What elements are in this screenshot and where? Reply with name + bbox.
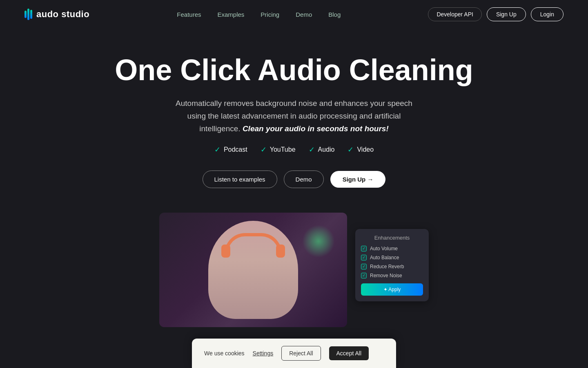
enhancements-title: Enhancements bbox=[361, 235, 423, 241]
enh-item-remove-noise: Remove Noise bbox=[361, 273, 423, 278]
glow-bg bbox=[302, 225, 335, 258]
feature-tag-podcast: ✓ Podcast bbox=[214, 145, 247, 154]
nav-link-pricing[interactable]: Pricing bbox=[261, 11, 279, 18]
hero-title: One Click Audio Cleaning bbox=[8, 53, 580, 87]
enh-item-auto-volume: Auto Volume bbox=[361, 246, 423, 251]
accept-all-button[interactable]: Accept All bbox=[329, 346, 369, 360]
apply-button[interactable]: ✦ Apply bbox=[361, 283, 423, 296]
nav-link-demo[interactable]: Demo bbox=[296, 11, 312, 18]
enh-item-auto-balance: Auto Balance bbox=[361, 255, 423, 260]
preview-image bbox=[159, 213, 347, 327]
navbar: audo studio Features Examples Pricing De… bbox=[0, 0, 588, 29]
person-silhouette bbox=[208, 221, 298, 319]
cta-buttons: Listen to examples Demo Sign Up → bbox=[8, 171, 580, 188]
enh-checkbox-remove-noise[interactable] bbox=[361, 273, 367, 278]
enh-label-auto-balance: Auto Balance bbox=[370, 255, 399, 260]
check-icon-youtube: ✓ bbox=[261, 145, 267, 154]
headphone-left bbox=[221, 245, 230, 258]
hero-section: One Click Audio Cleaning Automatically r… bbox=[0, 29, 588, 343]
hero-subtitle: Automatically removes background noise a… bbox=[172, 97, 416, 135]
feature-label-video: Video bbox=[357, 146, 374, 153]
logo-bar-1 bbox=[24, 11, 27, 18]
feature-label-podcast: Podcast bbox=[224, 146, 247, 153]
logo-bar-3 bbox=[30, 10, 32, 19]
headphone-right bbox=[276, 245, 285, 258]
product-preview: Enhancements Auto Volume Auto Balance Re… bbox=[159, 213, 429, 327]
nav-link-blog[interactable]: Blog bbox=[328, 11, 341, 18]
feature-label-youtube: YouTube bbox=[270, 146, 296, 153]
enh-checkbox-auto-balance[interactable] bbox=[361, 255, 367, 260]
enh-label-remove-noise: Remove Noise bbox=[370, 273, 402, 278]
feature-label-audio: Audio bbox=[318, 146, 335, 153]
feature-tag-audio: ✓ Audio bbox=[309, 145, 335, 154]
nav-links: Features Examples Pricing Demo Blog bbox=[177, 11, 341, 18]
hero-subtitle-bold: Clean your audio in seconds not hours! bbox=[243, 124, 389, 133]
check-icon-audio: ✓ bbox=[309, 145, 315, 154]
cookie-text: We use cookies bbox=[204, 350, 245, 357]
enh-label-reduce-reverb: Reduce Reverb bbox=[370, 264, 404, 269]
listen-examples-button[interactable]: Listen to examples bbox=[203, 171, 277, 188]
cookie-banner: We use cookies Settings Reject All Accep… bbox=[192, 339, 396, 368]
logo-icon bbox=[24, 9, 32, 20]
headphones bbox=[225, 233, 282, 254]
developer-api-button[interactable]: Developer API bbox=[428, 7, 482, 21]
nav-link-features[interactable]: Features bbox=[177, 11, 201, 18]
reject-all-button[interactable]: Reject All bbox=[281, 346, 321, 361]
feature-tags: ✓ Podcast ✓ YouTube ✓ Audio ✓ Video bbox=[8, 145, 580, 154]
nav-link-examples[interactable]: Examples bbox=[218, 11, 245, 18]
logo-bar-2 bbox=[27, 9, 29, 20]
enh-item-reduce-reverb: Reduce Reverb bbox=[361, 264, 423, 269]
enh-checkbox-reduce-reverb[interactable] bbox=[361, 264, 367, 269]
nav-actions: Developer API Sign Up Login bbox=[428, 7, 564, 21]
logo-text: audo studio bbox=[36, 9, 89, 20]
nav-signup-button[interactable]: Sign Up bbox=[487, 7, 526, 21]
feature-tag-youtube: ✓ YouTube bbox=[261, 145, 296, 154]
hero-signup-button[interactable]: Sign Up → bbox=[330, 171, 386, 188]
demo-button[interactable]: Demo bbox=[284, 171, 324, 188]
enh-checkbox-auto-volume[interactable] bbox=[361, 246, 367, 251]
check-icon-video: ✓ bbox=[347, 145, 354, 154]
feature-tag-video: ✓ Video bbox=[347, 145, 374, 154]
check-icon-podcast: ✓ bbox=[214, 145, 220, 154]
cookie-settings-link[interactable]: Settings bbox=[253, 350, 274, 357]
enh-label-auto-volume: Auto Volume bbox=[370, 246, 398, 251]
enhancements-panel: Enhancements Auto Volume Auto Balance Re… bbox=[355, 229, 429, 301]
logo[interactable]: audo studio bbox=[24, 9, 89, 20]
nav-login-button[interactable]: Login bbox=[531, 7, 564, 21]
